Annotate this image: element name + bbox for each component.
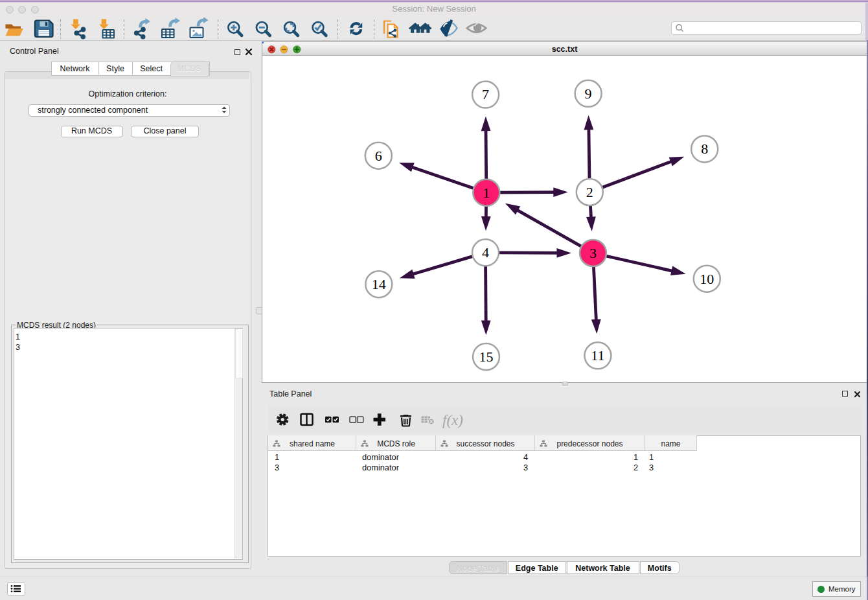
svg-text:14: 14 xyxy=(372,276,386,292)
svg-text:9: 9 xyxy=(585,86,592,102)
svg-text:10: 10 xyxy=(700,271,714,287)
svg-text:6: 6 xyxy=(375,148,382,164)
svg-text:11: 11 xyxy=(591,347,604,363)
svg-text:4: 4 xyxy=(482,244,489,260)
svg-text:1: 1 xyxy=(483,185,490,201)
svg-text:2: 2 xyxy=(586,184,593,200)
svg-text:8: 8 xyxy=(701,141,708,157)
svg-text:3: 3 xyxy=(589,245,597,261)
svg-text:7: 7 xyxy=(482,86,489,102)
svg-text:15: 15 xyxy=(479,349,494,365)
svg-text:f(x): f(x) xyxy=(442,412,463,428)
